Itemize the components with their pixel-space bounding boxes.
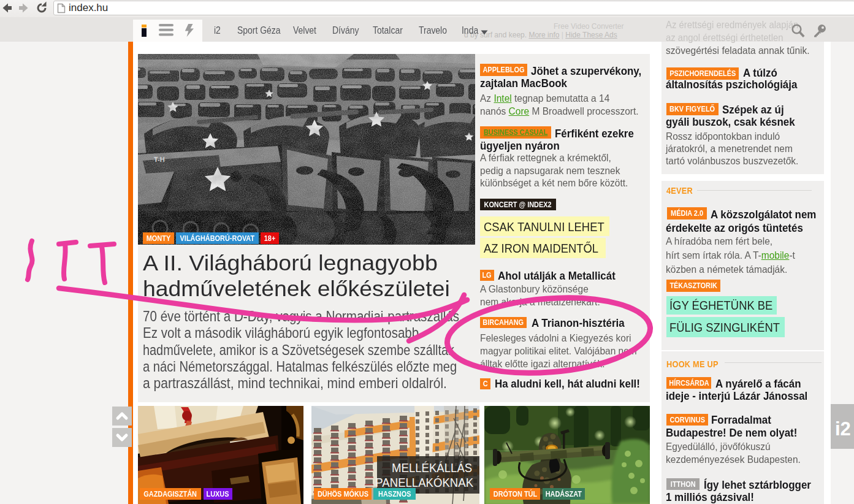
svg-text:MELLÉKÁLLÁS: MELLÉKÁLLÁS — [392, 460, 472, 475]
